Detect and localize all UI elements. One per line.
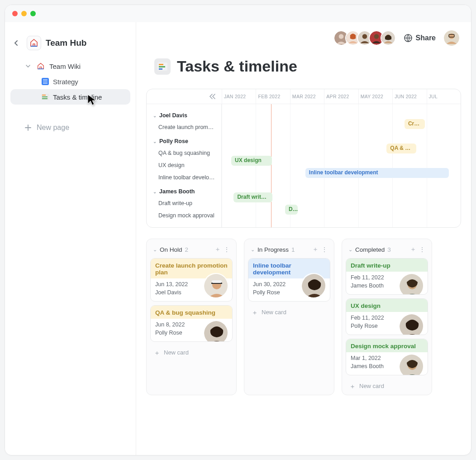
window-zoom[interactable]	[30, 11, 36, 16]
svg-rect-22	[212, 280, 222, 283]
timeline-group[interactable]: ⌄Joel Davis	[153, 112, 217, 119]
timeline-page-icon	[154, 58, 171, 75]
kanban-card[interactable]: UX design Feb 11, 2022 Polly Rose	[346, 298, 428, 335]
kanban-board: ⌄ On Hold 2 ＋ ⋮ Create launch promotion …	[146, 239, 461, 395]
page-title-block: Tasks & timeline	[154, 58, 461, 75]
share-button[interactable]: Share	[404, 34, 436, 42]
new-card-button[interactable]: ＋ New card	[346, 379, 428, 390]
new-page-button[interactable]: New page	[10, 120, 130, 135]
timeline-task[interactable]: QA & bug squashing	[153, 147, 217, 159]
avatar[interactable]	[381, 30, 396, 46]
card-title: UX design	[346, 299, 428, 312]
main: Share Tasks & timeline	[136, 22, 471, 455]
kanban-column-completed: ⌄ Completed 3 ＋ ⋮ Draft write-up Feb 11,…	[342, 239, 432, 395]
kanban-card[interactable]: Draft write-up Feb 11, 2022 James Booth	[346, 258, 428, 295]
timeline-icon	[41, 93, 49, 101]
new-card-button[interactable]: ＋ New card	[248, 305, 330, 316]
kanban-card[interactable]: Inline toolbar development Jun 30, 2022 …	[248, 258, 330, 302]
timeline-header: JAN 2022 FEB 2022 MAR 2022 APR 2022 MAY …	[147, 89, 461, 104]
more-icon[interactable]: ⋮	[321, 246, 328, 253]
month-label: JUL	[427, 89, 461, 104]
column-title: Completed	[355, 246, 385, 253]
sidebar-item-strategy[interactable]: Strategy	[10, 74, 130, 89]
sidebar-item-team-wiki[interactable]: Team Wiki	[10, 58, 130, 74]
month-label: MAY 2022	[358, 89, 392, 104]
plus-icon: ＋	[349, 383, 356, 389]
svg-point-7	[362, 34, 367, 39]
kanban-card[interactable]: QA & bug squashing Jun 8, 2022 Polly Ros…	[150, 305, 233, 342]
share-label: Share	[416, 34, 436, 42]
workspace-title: Team Hub	[46, 38, 86, 48]
column-count: 2	[185, 246, 189, 253]
timeline-bar-ux[interactable]: UX design	[231, 156, 272, 166]
document-icon	[41, 77, 49, 86]
timeline-task[interactable]: Draft write-up	[153, 197, 217, 210]
column-header[interactable]: ⌄ Completed 3 ＋ ⋮	[346, 243, 428, 258]
month-label: FEB 2022	[256, 89, 290, 104]
column-title: On Hold	[160, 246, 182, 253]
timeline-body: ⌄Joel Davis Create launch promot… ⌄Polly…	[147, 104, 461, 227]
card-avatar	[301, 273, 326, 298]
column-header[interactable]: ⌄ In Progress 1 ＋ ⋮	[248, 243, 330, 258]
sidebar: Team Hub Team Wiki Strategy	[5, 22, 136, 455]
timeline-task-list: ⌄Joel Davis Create launch promot… ⌄Polly…	[147, 104, 222, 227]
sidebar-item-tasks-timeline[interactable]: Tasks & timeline	[10, 89, 130, 105]
card-title: QA & bug squashing	[151, 306, 232, 319]
kanban-card[interactable]: Create launch promotion plan Jun 13, 202…	[150, 258, 233, 302]
add-card-icon[interactable]: ＋	[214, 245, 221, 254]
house-icon	[37, 62, 45, 70]
timeline-task[interactable]: Design mock approval	[153, 210, 217, 222]
collapse-sidebar-icon[interactable]	[209, 94, 215, 99]
timeline-bar-design[interactable]: D…	[285, 205, 298, 215]
timeline-bar-inline[interactable]: Inline toolbar development	[305, 168, 449, 178]
kanban-column-in-progress: ⌄ In Progress 1 ＋ ⋮ Inline toolbar devel…	[244, 239, 334, 395]
svg-point-9	[374, 34, 379, 39]
new-card-label: New card	[262, 309, 286, 316]
chevron-down-icon: ⌄	[251, 247, 255, 253]
more-icon[interactable]: ⋮	[419, 246, 425, 253]
svg-rect-19	[159, 68, 162, 70]
timeline-bar-qa[interactable]: QA & bu…	[386, 144, 416, 153]
timeline-months: JAN 2022 FEB 2022 MAR 2022 APR 2022 MAY …	[222, 89, 461, 104]
card-avatar	[203, 273, 228, 298]
add-card-icon[interactable]: ＋	[312, 245, 319, 254]
back-button[interactable]	[10, 37, 22, 49]
globe-icon	[404, 34, 412, 42]
workspace-header: Team Hub	[10, 36, 130, 50]
column-header[interactable]: ⌄ On Hold 2 ＋ ⋮	[150, 243, 233, 258]
column-count: 3	[387, 246, 391, 253]
timeline-group[interactable]: ⌄Polly Rose	[153, 138, 217, 144]
timeline-group[interactable]: ⌄James Booth	[153, 188, 217, 195]
timeline-task[interactable]: UX design	[153, 159, 217, 172]
chevron-down-icon: ⌄	[348, 247, 352, 253]
card-avatar	[399, 313, 424, 335]
today-marker	[271, 104, 271, 227]
chevron-down-icon: ⌄	[153, 247, 157, 253]
new-card-label: New card	[164, 349, 189, 356]
timeline-bar-draft[interactable]: Draft write-…	[233, 192, 272, 202]
collaborator-avatars	[337, 30, 396, 46]
timeline-grid[interactable]: Cre… QA & bu… UX design Inline toolbar d…	[222, 104, 461, 227]
sidebar-item-label: Team Wiki	[49, 62, 81, 70]
page-title: Tasks & timeline	[177, 58, 297, 75]
timeline-bar-create[interactable]: Cre…	[405, 119, 425, 129]
chevron-down-icon	[26, 64, 32, 68]
timeline-task[interactable]: Inline toolbar develop…	[153, 172, 217, 184]
card-title: Design mock approval	[346, 339, 428, 352]
chevron-down-icon: ⌄	[153, 189, 157, 194]
month-label: MAR 2022	[290, 89, 324, 104]
window-close[interactable]	[12, 11, 18, 16]
timeline-task[interactable]: Create launch promot…	[153, 121, 217, 134]
svg-rect-1	[38, 68, 44, 69]
sidebar-tree: Team Wiki Strategy Tasks & timeline	[10, 58, 130, 135]
more-icon[interactable]: ⋮	[224, 246, 230, 253]
current-user-avatar[interactable]	[444, 30, 459, 46]
window-minimize[interactable]	[21, 11, 27, 16]
add-card-icon[interactable]: ＋	[410, 245, 416, 254]
chevron-down-icon: ⌄	[153, 113, 157, 118]
new-card-button[interactable]: ＋ New card	[150, 345, 233, 357]
sidebar-item-label: Strategy	[53, 78, 78, 86]
chevron-down-icon: ⌄	[153, 139, 157, 144]
kanban-card[interactable]: Design mock approval Mar 1, 2022 James B…	[346, 339, 428, 375]
card-avatar	[399, 273, 424, 295]
